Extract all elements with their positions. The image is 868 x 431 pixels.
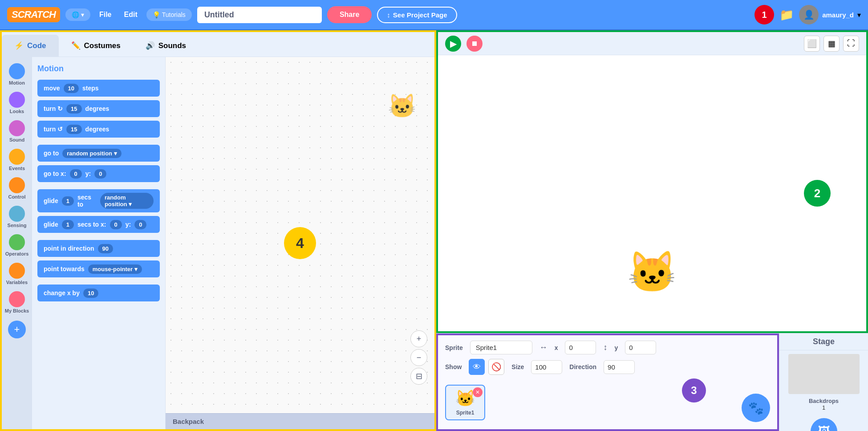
block-goto-xy[interactable]: go to x: 0 y: 0 bbox=[37, 165, 160, 182]
sounds-icon: 🔊 bbox=[146, 41, 155, 50]
lightbulb-icon: 💡 bbox=[153, 11, 160, 18]
sprite-card-sprite1[interactable]: ✕ 🐱 Sprite1 bbox=[445, 385, 485, 420]
username: amaury_d bbox=[822, 11, 854, 19]
code-tab-label: Code bbox=[27, 41, 46, 50]
blocks-area: Motion Looks Sound Events Control bbox=[2, 57, 434, 429]
tabs-bar: ⚡ Code ✏️ Costumes 🔊 Sounds bbox=[2, 32, 434, 57]
direction-input[interactable] bbox=[604, 360, 635, 374]
sidebar-sensing-label: Sensing bbox=[8, 223, 27, 228]
block-goto-random[interactable]: go to random position ▾ bbox=[37, 145, 160, 162]
block-point-direction[interactable]: point in direction 90 bbox=[37, 240, 160, 257]
show-hidden-button[interactable]: 🚫 bbox=[488, 359, 504, 375]
sidebar-looks-label: Looks bbox=[10, 109, 24, 114]
sidebar-item-variables[interactable]: Variables bbox=[3, 260, 31, 288]
arrows-icon: ↕ bbox=[387, 11, 390, 19]
sidebar: Motion Looks Sound Events Control bbox=[2, 57, 32, 429]
sidebar-myblocks-label: My Blocks bbox=[5, 308, 29, 313]
sprite-section: Sprite ↔ x ↕ y Show 👁 🚫 Size bbox=[436, 333, 779, 431]
y-input[interactable] bbox=[625, 341, 656, 354]
block-turn-ccw[interactable]: turn ↺ 15 degrees bbox=[37, 121, 160, 138]
block-point-towards[interactable]: point towards mouse-pointer ▾ bbox=[37, 260, 160, 277]
sprite-info-row2: Show 👁 🚫 Size Direction bbox=[445, 359, 770, 375]
sprite-list: ✕ 🐱 Sprite1 bbox=[445, 379, 770, 420]
size-label: Size bbox=[511, 363, 524, 370]
small-stage-button[interactable]: ⬜ bbox=[804, 36, 820, 52]
zoom-in-button[interactable]: + bbox=[410, 330, 427, 347]
add-backdrop-icon: 🖼 bbox=[818, 424, 830, 431]
y-arrow-icon: ↕ bbox=[603, 343, 607, 352]
sidebar-control-label: Control bbox=[8, 194, 25, 199]
stage-area: ▶ ⏹ ⬜ ▦ ⛶ 2 🐱 bbox=[436, 30, 868, 333]
share-button[interactable]: Share bbox=[327, 6, 372, 23]
cat-sprite-stage: 🐱 bbox=[627, 249, 677, 296]
large-stage-button[interactable]: ▦ bbox=[823, 36, 840, 52]
add-sprite-button[interactable]: 🐾 bbox=[742, 394, 770, 422]
stop-button[interactable]: ⏹ bbox=[466, 36, 483, 52]
show-visible-button[interactable]: 👁 bbox=[469, 359, 485, 375]
backpack-bar[interactable]: Backpack bbox=[166, 413, 434, 429]
step3-badge: 3 bbox=[682, 378, 706, 403]
tab-sounds[interactable]: 🔊 Sounds bbox=[133, 35, 199, 57]
add-extension-button[interactable]: + bbox=[8, 321, 26, 338]
user-area[interactable]: 👤 amaury_d ▾ bbox=[799, 5, 861, 24]
stage-view-buttons: ⬜ ▦ ⛶ bbox=[804, 36, 859, 52]
block-change-x[interactable]: change x by 10 bbox=[37, 285, 160, 301]
sidebar-item-control[interactable]: Control bbox=[3, 175, 31, 202]
direction-label: Direction bbox=[569, 363, 596, 370]
stage-right-section: Stage Backdrops 1 🖼 bbox=[779, 333, 868, 431]
step1-badge: 1 bbox=[754, 5, 774, 24]
block-glide-xy[interactable]: glide 1 secs to x: 0 y: 0 bbox=[37, 216, 160, 233]
file-menu[interactable]: File bbox=[96, 9, 115, 20]
block-move[interactable]: move 10 steps bbox=[37, 80, 160, 97]
sidebar-item-sound[interactable]: Sound bbox=[3, 118, 31, 145]
globe-button[interactable]: 🌐 ▾ bbox=[65, 8, 90, 21]
zoom-out-button[interactable]: − bbox=[410, 349, 427, 366]
sprite-name-input[interactable] bbox=[470, 341, 532, 354]
sidebar-operators-label: Operators bbox=[5, 251, 29, 256]
green-flag-button[interactable]: ▶ bbox=[445, 36, 461, 52]
tutorials-button[interactable]: 💡 Tutorials bbox=[146, 8, 192, 21]
size-input[interactable] bbox=[531, 360, 562, 374]
sounds-tab-label: Sounds bbox=[158, 41, 186, 50]
stage-section-content: Backdrops 1 🖼 bbox=[779, 350, 868, 431]
sprite-card-label: Sprite1 bbox=[456, 410, 475, 416]
sidebar-item-operators[interactable]: Operators bbox=[3, 232, 31, 259]
add-backdrop-button[interactable]: 🖼 bbox=[811, 418, 837, 431]
tab-code[interactable]: ⚡ Code bbox=[2, 35, 59, 57]
y-label: y bbox=[614, 344, 618, 351]
sidebar-item-sensing[interactable]: Sensing bbox=[3, 203, 31, 231]
sidebar-item-motion[interactable]: Motion bbox=[3, 61, 31, 88]
project-title-input[interactable] bbox=[197, 7, 322, 23]
right-panel: ▶ ⏹ ⬜ ▦ ⛶ 2 🐱 Sprite bbox=[436, 30, 868, 431]
see-project-button[interactable]: ↕ See Project Page bbox=[377, 7, 457, 23]
add-sprite-icon: 🐾 bbox=[748, 401, 764, 415]
user-avatar: 👤 bbox=[799, 5, 819, 24]
sidebar-item-events[interactable]: Events bbox=[3, 146, 31, 174]
tab-costumes[interactable]: ✏️ Costumes bbox=[59, 35, 133, 57]
block-glide-random[interactable]: glide 1 secs to random position ▾ bbox=[37, 189, 160, 212]
zoom-controls: + − ⊟ bbox=[410, 330, 427, 385]
script-area[interactable]: 🐱 4 + − ⊟ Backpack bbox=[166, 57, 434, 429]
edit-menu[interactable]: Edit bbox=[120, 9, 141, 20]
sprite-card-image: 🐱 bbox=[455, 389, 475, 408]
fullscreen-button[interactable]: ⛶ bbox=[843, 36, 859, 52]
see-project-label: See Project Page bbox=[393, 11, 447, 19]
stage-thumbnail bbox=[788, 354, 860, 394]
stage-controls: ▶ ⏹ ⬜ ▦ ⛶ bbox=[438, 32, 866, 55]
x-input[interactable] bbox=[565, 341, 596, 354]
sidebar-motion-label: Motion bbox=[9, 80, 25, 85]
sidebar-sound-label: Sound bbox=[9, 137, 24, 142]
sidebar-variables-label: Variables bbox=[6, 280, 28, 285]
x-arrow-icon: ↔ bbox=[539, 343, 548, 352]
zoom-fit-button[interactable]: ⊟ bbox=[410, 368, 427, 385]
sidebar-item-looks[interactable]: Looks bbox=[3, 89, 31, 117]
block-turn-cw[interactable]: turn ↻ 15 degrees bbox=[37, 100, 160, 117]
scratch-logo[interactable]: SCRATCH bbox=[7, 7, 60, 22]
sprite-delete-button[interactable]: ✕ bbox=[473, 387, 483, 397]
category-title: Motion bbox=[37, 64, 160, 73]
globe-chevron: ▾ bbox=[81, 11, 84, 18]
show-label: Show bbox=[445, 363, 462, 370]
backdrops-info: Backdrops 1 bbox=[809, 398, 839, 411]
folder-icon[interactable]: 📁 bbox=[779, 8, 794, 22]
sidebar-item-myblocks[interactable]: My Blocks bbox=[3, 289, 31, 316]
